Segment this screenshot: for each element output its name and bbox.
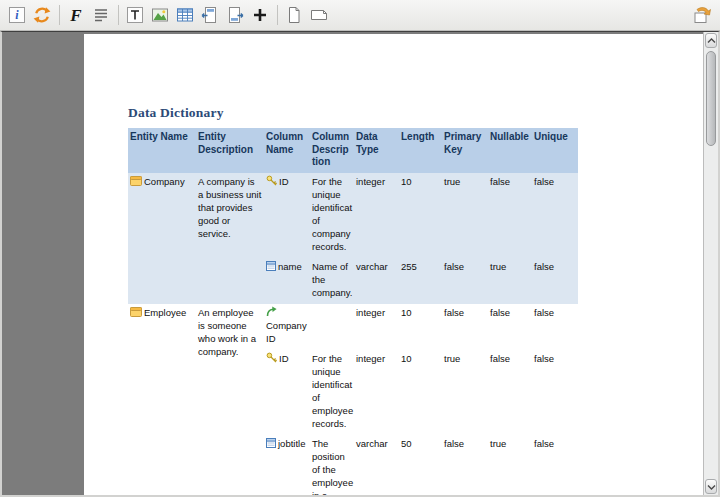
report-title: Data Dictionary [128, 105, 706, 121]
refresh-icon [33, 6, 51, 24]
entity-name: Company [144, 176, 185, 187]
column-name: jobtitle [278, 438, 305, 449]
chevron-up-icon [707, 38, 716, 44]
entity-icon [130, 307, 142, 317]
column-name: ID [279, 353, 289, 364]
scroll-down-button[interactable] [705, 479, 717, 494]
portrait-page-icon [285, 6, 303, 24]
primary-key-icon [266, 352, 277, 363]
column-name: ID [279, 176, 289, 187]
primary-key-icon [266, 175, 277, 186]
nullable-cell: false [488, 173, 532, 258]
nullable-cell: true [488, 258, 532, 304]
insert-table-button[interactable] [173, 3, 197, 27]
font-button[interactable]: F [64, 3, 88, 27]
column-name-cell: ID [264, 173, 310, 258]
info-icon: i [8, 6, 26, 24]
export-button[interactable] [690, 3, 714, 27]
info-button[interactable]: i [5, 3, 29, 27]
length-cell: 10 [399, 304, 442, 350]
nullable-cell: false [488, 304, 532, 350]
paragraph-button[interactable] [89, 3, 113, 27]
length-cell: 10 [399, 173, 442, 258]
insert-image-button[interactable] [148, 3, 172, 27]
foreign-key-icon [266, 306, 277, 317]
toolbar-separator [277, 5, 278, 25]
refresh-button[interactable] [30, 3, 54, 27]
landscape-page-button[interactable] [307, 3, 331, 27]
column-icon [266, 261, 276, 271]
column-name: name [278, 261, 302, 272]
length-cell: 255 [399, 258, 442, 304]
header-unique: Unique [532, 128, 578, 173]
nullable-cell: false [488, 350, 532, 435]
column-description-cell: Name of the company. [310, 258, 354, 304]
scrollbar-thumb[interactable] [706, 51, 716, 146]
scroll-up-button[interactable] [705, 33, 717, 48]
insert-text-button[interactable] [123, 3, 147, 27]
report-page: Data Dictionary Entity Name Entity Descr… [84, 34, 706, 497]
scrollbar-track[interactable] [704, 148, 718, 478]
table-row: Employee An employee is someone who work… [128, 304, 578, 350]
unique-cell: false [532, 350, 578, 435]
column-name: CompanyID [266, 320, 307, 344]
column-name-cell: name [264, 258, 310, 304]
paragraph-icon [92, 6, 110, 24]
toolbar-separator [118, 5, 119, 25]
insert-text-icon [126, 6, 144, 24]
column-description-cell [310, 304, 354, 350]
portrait-page-button[interactable] [282, 3, 306, 27]
primary-key-cell: false [442, 258, 488, 304]
header-column-name: Column Name [264, 128, 310, 173]
footer-icon [226, 6, 244, 24]
data-type-cell: integer [354, 304, 399, 350]
table-row: Company A company is a business unit tha… [128, 173, 578, 258]
footer-button[interactable] [223, 3, 247, 27]
data-dictionary-table: Entity Name Entity Description Column Na… [128, 128, 578, 497]
vertical-scrollbar[interactable] [703, 32, 718, 495]
column-name-cell: jobtitle [264, 435, 310, 497]
report-preview-window: i F [0, 0, 720, 497]
unique-cell: false [532, 173, 578, 258]
entity-name: Employee [144, 307, 186, 318]
primary-key-cell: false [442, 435, 488, 497]
insert-table-icon [176, 6, 194, 24]
length-cell: 10 [399, 350, 442, 435]
add-button[interactable] [248, 3, 272, 27]
column-name-cell: CompanyID [264, 304, 310, 350]
header-button[interactable] [198, 3, 222, 27]
data-type-cell: varchar [354, 435, 399, 497]
data-type-cell: integer [354, 350, 399, 435]
header-entity-description: Entity Description [196, 128, 264, 173]
primary-key-cell: true [442, 350, 488, 435]
entity-description-cell: A company is a business unit that provid… [196, 173, 264, 304]
header-column-description: Column Descrip tion [310, 128, 354, 173]
entity-name-cell: Company [128, 173, 196, 304]
header-primary-key: Primary Key [442, 128, 488, 173]
font-icon: F [70, 7, 81, 24]
export-icon [692, 5, 712, 25]
length-cell: 50 [399, 435, 442, 497]
preview-pane: Data Dictionary Entity Name Entity Descr… [0, 31, 720, 497]
primary-key-cell: false [442, 304, 488, 350]
column-description-cell: For the unique identificat of company re… [310, 173, 354, 258]
data-type-cell: varchar [354, 258, 399, 304]
column-icon [266, 438, 276, 448]
toolbar: i F [0, 0, 720, 31]
column-description-cell: The position of the employee in a compan… [310, 435, 354, 497]
header-entity-name: Entity Name [128, 128, 196, 173]
chevron-down-icon [707, 484, 716, 490]
column-description-cell: For the unique identificat of employee r… [310, 350, 354, 435]
header-length: Length [399, 128, 442, 173]
unique-cell: false [532, 435, 578, 497]
entity-icon [130, 176, 142, 186]
header-icon [201, 6, 219, 24]
header-nullable: Nullable [488, 128, 532, 173]
column-name-cell: ID [264, 350, 310, 435]
toolbar-separator [59, 5, 60, 25]
data-type-cell: integer [354, 173, 399, 258]
landscape-page-icon [310, 6, 328, 24]
unique-cell: false [532, 304, 578, 350]
header-data-type: Data Type [354, 128, 399, 173]
primary-key-cell: true [442, 173, 488, 258]
